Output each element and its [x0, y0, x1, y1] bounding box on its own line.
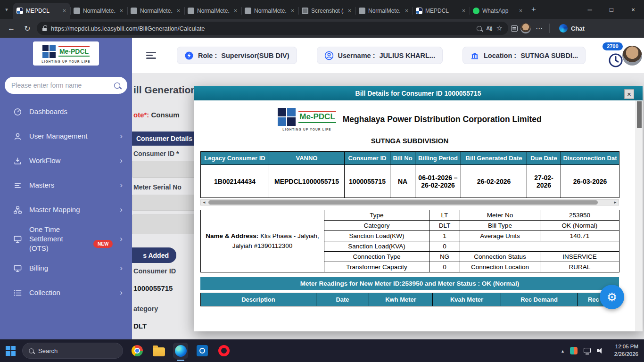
tab-close-icon[interactable]: × — [119, 8, 124, 14]
modal-close-button[interactable]: × — [624, 89, 634, 99]
company-name: Meghalaya Power Distribution Corporation… — [343, 115, 542, 124]
tab-close-icon[interactable]: × — [518, 8, 523, 14]
sidebar-item-label: User Management — [29, 132, 87, 141]
chevron-right-icon: › — [120, 263, 123, 273]
scroll-left-icon[interactable]: ◄ — [201, 200, 207, 205]
tab-close-icon[interactable]: × — [176, 8, 181, 14]
browser-tab-mepdcl[interactable]: MEPDCL × — [413, 3, 470, 19]
role-label: Role : — [198, 52, 217, 59]
info-value: 0 — [429, 241, 460, 252]
taskbar-app-opera[interactable] — [216, 343, 231, 359]
refresh-icon[interactable]: ↻ — [21, 24, 34, 33]
zoom-icon[interactable] — [477, 26, 482, 31]
taskbar-clock[interactable]: 12:05 PM 2/26/2026 — [609, 343, 638, 358]
tray-app-icon[interactable] — [570, 347, 578, 354]
username-pill[interactable]: Username :JULIUS KHARL... — [317, 47, 443, 64]
tab-title: MEPDCL — [425, 8, 458, 14]
bill-summary-table: Legacy Consumer ID VANNO Consumer ID Bil… — [200, 151, 619, 198]
url-text[interactable]: https://mepdcl.ubs.ieasybill.com/BillGen… — [51, 25, 472, 32]
horizontal-scrollbar[interactable]: ◄ ► — [200, 199, 619, 206]
role-pill[interactable]: Role :Supervisor(SUB DIV) — [177, 47, 297, 64]
minimize-button[interactable]: ─ — [579, 0, 601, 19]
browser-tab-mepdcl[interactable]: MEPDCL × — [13, 3, 70, 19]
new-badge: NEW — [93, 240, 113, 248]
tab-close-icon[interactable]: × — [347, 8, 352, 14]
tab-close-icon[interactable]: × — [62, 8, 67, 14]
read-aloud-icon[interactable]: A)) — [486, 25, 492, 31]
dashboard-icon — [13, 107, 22, 116]
browser-tab-normalmeter[interactable]: NormalMete... × — [70, 3, 127, 19]
table-cell: 26-02-2026 — [461, 165, 527, 198]
settings-fab-button[interactable]: ⚙ — [600, 285, 624, 309]
search-icon[interactable] — [114, 82, 120, 88]
info-label: Connection Location — [460, 262, 540, 272]
tab-close-icon[interactable]: × — [404, 8, 409, 14]
maximize-button[interactable]: □ — [601, 0, 622, 19]
browser-profile-avatar[interactable] — [520, 23, 531, 33]
column-header: Kvah Meter — [433, 293, 501, 306]
browser-tab-screenshot[interactable]: Screenshot (... × — [298, 3, 355, 19]
taskbar-search-label: Search — [38, 347, 58, 354]
browser-tab-normalmeter[interactable]: NormalMete... × — [184, 3, 241, 19]
sidebar-item-workflow[interactable]: WorkFlow › — [0, 148, 132, 173]
subdivision-title: SUTNGA SUBDIVISION — [200, 137, 619, 145]
speaker-icon[interactable] — [597, 348, 603, 354]
tab-close-icon[interactable]: × — [461, 8, 466, 14]
info-label: Sanction Load(KVA) — [324, 241, 429, 252]
table-cell: 27-02-2026 — [527, 165, 561, 198]
search-icon — [29, 348, 33, 353]
sidebar-item-master-mapping[interactable]: Master Mapping › — [0, 197, 132, 222]
start-button[interactable] — [6, 346, 16, 356]
taskbar-search[interactable]: Search — [22, 343, 123, 359]
column-header: Legacy Consumer ID — [201, 152, 269, 165]
sidebar-item-label: Dashboards — [29, 107, 67, 116]
browser-tab-normalmeter[interactable]: NormalMete... × — [355, 3, 413, 19]
table-cell: 1B002144434 — [201, 165, 269, 198]
back-icon[interactable]: ← — [5, 24, 18, 33]
taskbar-app-chrome[interactable] — [130, 343, 145, 359]
vertical-scrollbar[interactable] — [636, 100, 643, 331]
browser-menu-icon[interactable]: ⋯ — [534, 24, 545, 33]
sidebar-item-user-management[interactable]: User Management › — [0, 124, 132, 148]
username-value: JULIUS KHARL... — [380, 52, 435, 59]
column-header: Kwh Meter — [369, 293, 433, 306]
menu-toggle-icon[interactable] — [146, 50, 156, 61]
sidebar-item-billing[interactable]: Billing › — [0, 256, 132, 280]
taskbar-app-explorer[interactable] — [151, 343, 166, 359]
window-controls: ─ □ × — [579, 0, 644, 19]
taskbar-app-outlook[interactable] — [195, 343, 210, 359]
browser-tab-normalmeter[interactable]: NormalMete... × — [241, 3, 298, 19]
list-lines-icon — [13, 181, 22, 190]
username-label: Username : — [338, 52, 375, 59]
sidebar-item-masters[interactable]: Masters › — [0, 173, 132, 197]
table-cell: 26-03-2026 — [561, 165, 619, 198]
scrollbar-track[interactable] — [207, 200, 612, 205]
scrollbar-thumb[interactable] — [208, 200, 598, 205]
address-bar[interactable]: https://mepdcl.ubs.ieasybill.com/BillGen… — [37, 22, 508, 35]
new-tab-button[interactable]: + — [527, 0, 541, 19]
tab-close-icon[interactable]: × — [233, 8, 238, 14]
sidebar-item-dashboards[interactable]: Dashboards — [0, 99, 132, 124]
close-window-button[interactable]: × — [622, 0, 644, 19]
sidebar-item-collection[interactable]: Collection › — [0, 280, 132, 305]
sidebar-item-label: Billing — [29, 263, 48, 273]
user-avatar[interactable] — [622, 46, 642, 66]
tab-close-icon[interactable]: × — [290, 8, 295, 14]
location-pill[interactable]: Location :SUTNGA SUBDI... — [462, 47, 586, 64]
scroll-right-icon[interactable]: ► — [612, 200, 619, 205]
tab-search-chevron-icon[interactable]: ▾ — [0, 0, 13, 19]
favorites-star-icon[interactable]: ☆ — [496, 24, 503, 33]
browser-tab-normalmeter[interactable]: NormalMete... × — [127, 3, 184, 19]
browser-tab-whatsapp[interactable]: WhatsApp × — [470, 3, 527, 19]
logo-brand-text: Me-PDCL — [298, 111, 336, 123]
chat-button[interactable]: Chat — [554, 24, 589, 33]
taskbar-app-edge[interactable] — [173, 343, 188, 359]
collections-icon[interactable] — [511, 25, 518, 32]
scrollbar-thumb[interactable] — [637, 101, 642, 128]
tray-chevron-icon[interactable]: ▴ — [561, 348, 564, 354]
display-icon[interactable] — [584, 348, 591, 353]
form-search-input[interactable] — [11, 82, 111, 89]
sidebar-item-one-time-settlement[interactable]: One Time Settlement (OTS) NEW › — [0, 222, 132, 256]
table-cell: MEPDCL1000055715 — [269, 165, 345, 198]
browser-toolbar: ← ↻ https://mepdcl.ubs.ieasybill.com/Bil… — [0, 19, 644, 38]
